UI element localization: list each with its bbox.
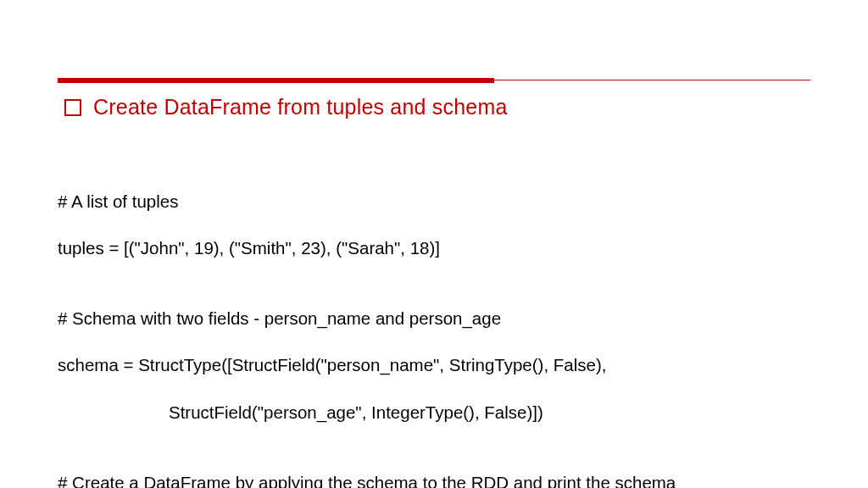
code-line: # Schema with two fields - person_name a…	[58, 307, 810, 330]
code-line: # Create a DataFrame by applying the sch…	[58, 471, 810, 488]
square-bullet-icon	[64, 99, 81, 116]
header-rule	[58, 78, 810, 83]
code-line: tuples = [("John", 19), ("Smith", 23), (…	[58, 236, 810, 260]
header-rule-thin	[494, 80, 810, 80]
code-line: schema = StructType([StructField("person…	[58, 353, 810, 377]
header-rule-thick	[58, 78, 494, 83]
code-line: # A list of tuples	[58, 190, 810, 214]
code-line: StructField("person_age", IntegerType(),…	[58, 401, 810, 424]
heading-row: Create DataFrame from tuples and schema	[64, 95, 508, 119]
code-block: # A list of tuples tuples = [("John", 19…	[58, 166, 810, 488]
slide-heading: Create DataFrame from tuples and schema	[93, 95, 508, 119]
